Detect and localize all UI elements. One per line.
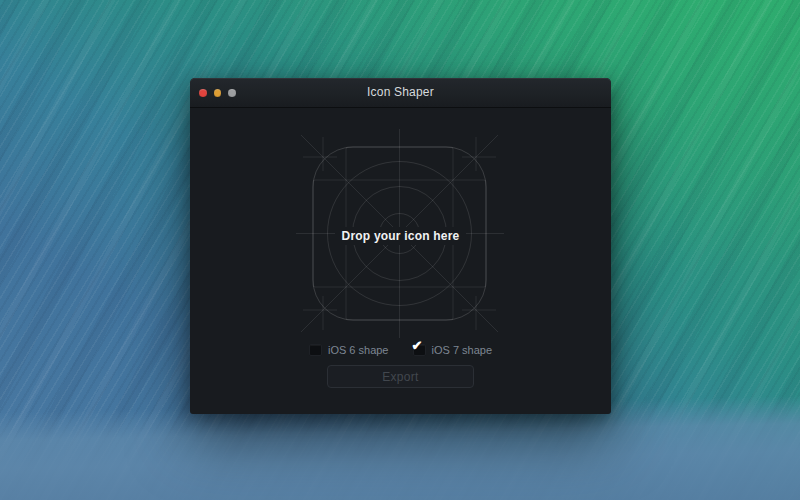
title-bar: Icon Shaper <box>190 78 611 108</box>
checkbox-checked-icon[interactable]: ✔ <box>413 344 426 356</box>
ios7-shape-checkbox[interactable]: ✔ iOS 7 shape <box>413 344 493 356</box>
checkbox-label: iOS 7 shape <box>432 344 493 356</box>
drop-hint-label: Drop your icon here <box>335 227 467 245</box>
export-button[interactable]: Export <box>327 365 474 388</box>
ios6-shape-checkbox[interactable]: iOS 6 shape <box>309 344 389 356</box>
checkbox-label: iOS 6 shape <box>328 344 389 356</box>
window-title: Icon Shaper <box>190 78 611 107</box>
shape-options: iOS 6 shape ✔ iOS 7 shape <box>190 342 611 358</box>
checkmark-icon: ✔ <box>412 339 423 352</box>
window-content: Drop your icon here iOS 6 shape ✔ iOS 7 … <box>190 108 611 415</box>
checkbox-unchecked-icon[interactable] <box>309 344 322 356</box>
app-window: Icon Shaper <box>190 78 611 414</box>
drop-hint: Drop your icon here <box>190 226 611 245</box>
